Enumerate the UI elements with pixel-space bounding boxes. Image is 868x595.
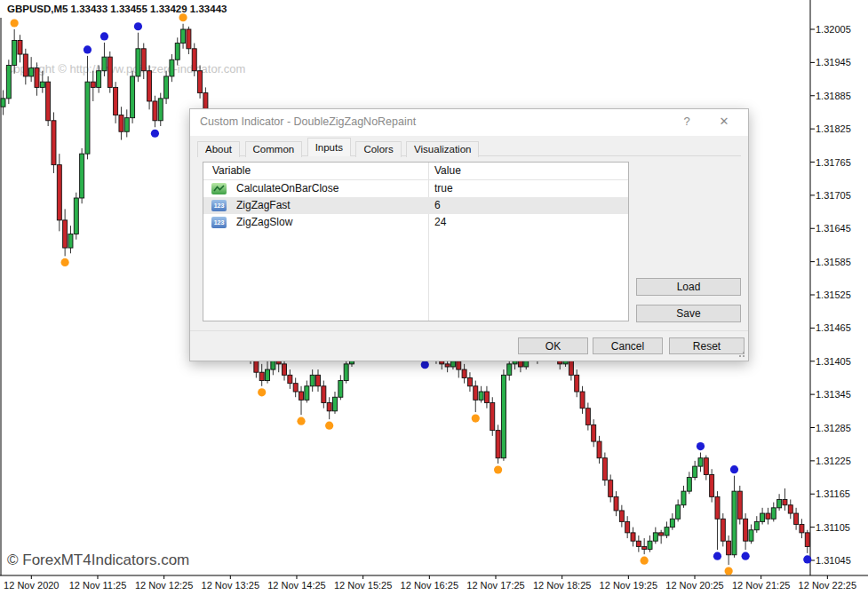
price-axis-label: 1.31765: [816, 157, 851, 168]
candle-body: [1, 99, 5, 107]
candle-body: [727, 541, 731, 555]
candle-body: [102, 57, 107, 71]
candle-body: [108, 57, 112, 87]
price-axis-label: 1.31165: [816, 488, 850, 499]
load-button[interactable]: Load: [636, 278, 741, 296]
table-header-row: Variable Value: [203, 163, 628, 180]
zigzag-signal-dot: [134, 22, 142, 30]
candle-body: [164, 76, 169, 99]
candle-body: [332, 397, 337, 411]
candle-body: [687, 478, 691, 492]
price-axis-label: 1.31405: [816, 356, 851, 367]
candle-body: [602, 458, 607, 480]
candle-body: [619, 511, 624, 521]
candle-body: [575, 375, 579, 392]
time-axis-label: 12 Nov 12:25: [135, 580, 193, 591]
candle-body: [136, 49, 140, 76]
zigzag-signal-dot: [803, 555, 811, 563]
candle-body: [783, 499, 787, 504]
candle-body: [805, 533, 809, 547]
cancel-button[interactable]: Cancel: [593, 337, 663, 354]
tab-common[interactable]: Common: [245, 141, 303, 157]
table-row-calculateonbarclose[interactable]: CalculateOnBarClose true: [203, 180, 628, 197]
tab-inputs[interactable]: Inputs: [307, 138, 351, 156]
variable-value[interactable]: 6: [434, 197, 441, 214]
time-axis-label: 12 Nov 15:25: [334, 580, 392, 591]
tab-about[interactable]: About: [197, 141, 240, 157]
candle-body: [114, 87, 118, 115]
candle-body: [636, 541, 641, 546]
candle-body: [46, 82, 51, 121]
price-axis-label: 1.31705: [816, 190, 851, 201]
candle-body: [766, 513, 770, 519]
candle-body: [124, 118, 129, 132]
candle-body: [592, 424, 596, 441]
ok-button[interactable]: OK: [518, 337, 588, 354]
zigzag-signal-dot: [421, 361, 429, 369]
price-axis-label: 1.31825: [816, 123, 851, 134]
tab-visualization[interactable]: Visualization: [406, 141, 479, 157]
candle-body: [344, 364, 348, 381]
variable-name: CalculateOnBarClose: [236, 180, 338, 197]
candle-body: [192, 49, 196, 71]
variable-value[interactable]: 24: [434, 214, 446, 231]
reset-button[interactable]: Reset: [669, 337, 745, 354]
candle-body: [760, 513, 765, 521]
numeric-icon: 123: [211, 217, 227, 228]
candle-body: [659, 533, 664, 536]
zigzag-signal-dot: [472, 414, 480, 422]
candle-body: [299, 392, 304, 400]
help-icon[interactable]: ?: [672, 109, 702, 134]
price-axis-label: 1.31885: [816, 91, 851, 101]
candle-body: [97, 71, 101, 88]
resize-grip-icon[interactable]: [737, 350, 745, 357]
candle-body: [310, 375, 315, 385]
candle-body: [57, 165, 61, 220]
candle-body: [445, 364, 450, 367]
candle-body: [490, 402, 495, 430]
candle-body: [609, 480, 613, 497]
time-axis-label: 12 Nov 17:25: [466, 580, 524, 591]
table-row-zigzagslow[interactable]: 123 ZigZagSlow 24: [203, 214, 628, 231]
inputs-table: Variable Value CalculateOnBarClose true …: [203, 162, 629, 321]
zigzag-signal-dot: [742, 552, 750, 560]
mt4-chart-window: Copyright © http://www.pointzero-indicat…: [0, 0, 868, 595]
table-row-zigzagfast[interactable]: 123 ZigZagFast 6: [203, 197, 628, 214]
time-axis-label: 12 Nov 13:25: [202, 580, 259, 591]
price-axis-label: 1.31585: [816, 257, 851, 267]
price-axis-label: 1.31465: [816, 322, 851, 333]
candle-body: [732, 491, 737, 555]
candle-body: [181, 29, 186, 44]
tab-colors[interactable]: Colors: [355, 141, 401, 157]
time-axis-label: 12 Nov 21:25: [732, 580, 790, 591]
price-axis-label: 1.32005: [816, 24, 851, 35]
candle-body: [131, 76, 135, 118]
variable-value[interactable]: true: [434, 180, 453, 197]
candle-body: [153, 101, 157, 121]
candle-body: [681, 491, 686, 505]
candle-body: [74, 198, 78, 234]
dialog-titlebar[interactable]: Custom Indicator - DoubleZigZagNoRepaint…: [190, 109, 748, 136]
candle-body: [665, 528, 669, 536]
column-header-value: Value: [434, 163, 461, 179]
symbol-ohlc-info: GBPUSD,M5 1.33433 1.33455 1.33429 1.3344…: [7, 4, 227, 14]
price-axis-label: 1.31345: [816, 389, 851, 400]
candle-body: [585, 409, 590, 425]
candle-body: [474, 386, 478, 401]
candle-body: [63, 220, 68, 248]
candle-body: [170, 60, 174, 76]
dialog-title: Custom Indicator - DoubleZigZagNoRepaint: [200, 115, 416, 128]
save-button[interactable]: Save: [636, 305, 741, 322]
candle-body: [322, 386, 326, 403]
price-axis-label: 1.31045: [816, 555, 851, 566]
close-icon[interactable]: ✕: [709, 109, 739, 134]
candle-body: [676, 505, 681, 520]
candle-body: [771, 508, 776, 519]
candle-body: [704, 458, 708, 475]
candle-body: [457, 361, 461, 369]
candle-body: [710, 474, 714, 496]
candle-body: [80, 154, 84, 198]
variable-name: ZigZagSlow: [236, 214, 292, 231]
candle-body: [450, 361, 455, 367]
zigzag-signal-dot: [61, 258, 69, 266]
